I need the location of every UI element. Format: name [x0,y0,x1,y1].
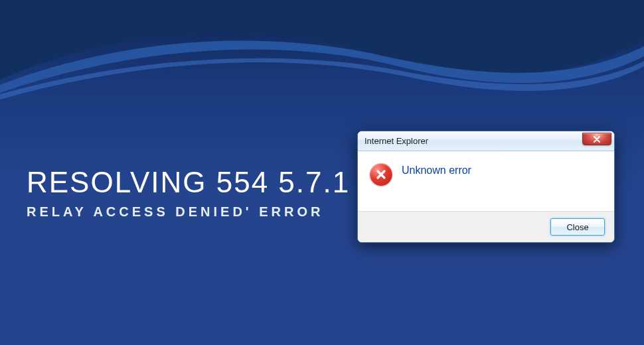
close-icon [593,136,601,143]
error-dialog: Internet Explorer Unknown error Close [357,131,615,243]
error-icon [370,163,392,186]
dialog-footer: Close [358,211,614,242]
dialog-message: Unknown error [402,163,471,176]
decorative-wave [0,0,644,133]
window-close-button[interactable] [582,133,611,145]
hero-subtitle: RELAY ACCESS DENIED' ERROR [27,204,350,220]
dialog-titlebar[interactable]: Internet Explorer [358,131,614,151]
dialog-title: Internet Explorer [364,136,582,146]
dialog-body: Unknown error [358,151,614,211]
hero-text: RESOLVING 554 5.7.1 RELAY ACCESS DENIED'… [27,166,350,220]
hero-title: RESOLVING 554 5.7.1 [27,166,350,199]
close-button[interactable]: Close [550,218,605,236]
